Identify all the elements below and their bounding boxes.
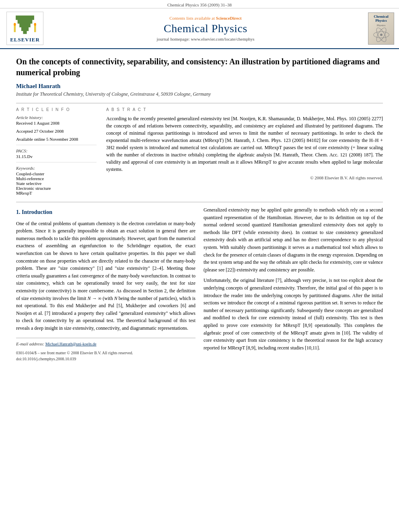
info-divider-1 (16, 145, 97, 145)
article-info-panel: A R T I C L E I N F O Article history: R… (16, 107, 97, 195)
divider-2 (16, 202, 383, 202)
history-label: Article history: (16, 115, 97, 120)
author-name: Michael Hanrath (16, 83, 383, 90)
body-right-col: Generalized extensivity may be applied q… (204, 206, 383, 362)
abstract-panel: A B S T R A C T According to the recentl… (106, 107, 383, 195)
info-divider-2 (16, 162, 97, 162)
abstract-heading: A B S T R A C T (106, 107, 383, 112)
journal-center-header: Contents lists available at ScienceDirec… (49, 16, 362, 41)
keyword-1: Coupled-cluster (16, 171, 97, 176)
elsevier-logo: ELSEVIER (5, 12, 45, 45)
issn-line: 0301-0104/$ – see front matter © 2008 El… (16, 350, 195, 356)
email-label: E-mail address: (16, 341, 44, 346)
journal-ref-text: Chemical Physics 356 (2009) 31–38 (167, 2, 232, 7)
intro-right-text-1: Generalized extensivity may be applied q… (204, 206, 383, 273)
svg-point-6 (14, 23, 16, 26)
received-date: Received 1 August 2008 (16, 121, 97, 125)
journal-title: Chemical Physics (49, 22, 362, 35)
keywords-label: Keywords: (16, 166, 97, 170)
intro-left-text: One of the central problems of quantum c… (16, 220, 195, 332)
email-value: Michael.Hanrath@uni-koeln.de (45, 342, 97, 346)
pacs-label: PACS: (16, 148, 97, 153)
pacs-values: 31.15.Dv (16, 154, 97, 159)
email-footnote: E-mail address: Michael.Hanrath@uni-koel… (16, 341, 195, 347)
copyright-text: © 2008 Elsevier B.V. All rights reserved… (106, 175, 383, 180)
svg-point-12 (380, 33, 383, 36)
author-affiliation: Institute for Theoretical Chemistry, Uni… (16, 91, 383, 97)
journal-cover: Chemical Physics Physics (366, 12, 394, 45)
elsevier-tree-icon (11, 14, 39, 36)
keyword-4: Electronic structure (16, 186, 97, 191)
svg-rect-4 (16, 16, 34, 20)
keyword-2: Multi-reference (16, 176, 97, 181)
article-area: On the concepts of connectivity, separab… (0, 49, 399, 370)
cover-graphic-icon (371, 27, 391, 43)
article-info-heading: A R T I C L E I N F O (16, 107, 97, 112)
journal-header: ELSEVIER Contents lists available at Sci… (0, 8, 399, 49)
sciencedirect-text: ScienceDirect (216, 16, 242, 21)
elsevier-wordmark: ELSEVIER (10, 37, 40, 43)
body-columns: 1. Introduction One of the central probl… (16, 206, 383, 362)
intro-section-title: 1. Introduction (16, 208, 195, 217)
cover-title-text: Chemical Physics (370, 14, 392, 23)
divider-1 (16, 103, 383, 103)
cover-image: Chemical Physics Physics (368, 12, 394, 45)
body-left-col: 1. Introduction One of the central probl… (16, 206, 195, 362)
keyword-3: State selective (16, 181, 97, 186)
info-abstract-section: A R T I C L E I N F O Article history: R… (16, 107, 383, 195)
journal-reference: Chemical Physics 356 (2009) 31–38 (0, 0, 399, 8)
doi-line: doi:10.1016/j.chemphys.2008.10.039 (16, 356, 195, 362)
abstract-text: According to the recently presented gene… (106, 115, 383, 173)
sciencedirect-link: Contents lists available at ScienceDirec… (49, 16, 362, 21)
footnote-area: E-mail address: Michael.Hanrath@uni-koel… (16, 338, 195, 362)
journal-homepage: journal homepage: www.elsevier.com/locat… (49, 37, 362, 41)
accepted-date: Accepted 27 October 2008 (16, 129, 97, 134)
article-title: On the concepts of connectivity, separab… (16, 56, 383, 78)
intro-right-text-2: Unfortunately, the original literature [… (204, 277, 383, 351)
svg-point-8 (34, 23, 36, 26)
keyword-5: MRexpT (16, 191, 97, 195)
available-date: Available online 5 November 2008 (16, 137, 97, 142)
